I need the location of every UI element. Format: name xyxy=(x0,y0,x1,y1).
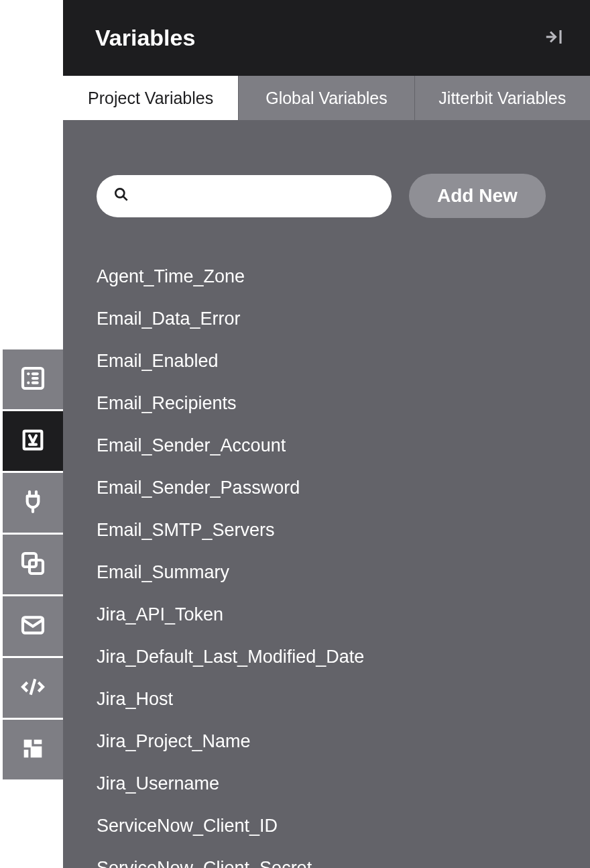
tab-global-variables[interactable]: Global Variables xyxy=(239,76,414,120)
calculator-icon xyxy=(19,365,46,394)
rail-item-link[interactable] xyxy=(3,535,63,594)
variable-item[interactable]: Email_SMTP_Servers xyxy=(97,509,556,551)
search-box[interactable] xyxy=(97,175,392,217)
tab-jitterbit-variables[interactable]: Jitterbit Variables xyxy=(415,76,590,120)
svg-line-10 xyxy=(31,679,36,694)
rail-item-apps[interactable] xyxy=(3,720,63,779)
variable-item[interactable]: ServiceNow_Client_Secret xyxy=(97,847,556,868)
plug-icon xyxy=(19,488,46,518)
variable-item[interactable]: Jira_Default_Last_Modified_Date xyxy=(97,636,556,678)
code-icon xyxy=(19,673,46,703)
variable-item[interactable]: Email_Enabled xyxy=(97,340,556,382)
svg-rect-13 xyxy=(24,749,29,757)
variable-list: Agent_Time_Zone Email_Data_Error Email_E… xyxy=(97,256,556,868)
variable-item[interactable]: Jira_Project_Name xyxy=(97,720,556,763)
tab-project-variables[interactable]: Project Variables xyxy=(63,76,239,120)
search-icon xyxy=(113,186,130,206)
variable-item[interactable]: Jira_Username xyxy=(97,763,556,805)
variable-item[interactable]: Jira_API_Token xyxy=(97,594,556,636)
panel-content: Add New Agent_Time_Zone Email_Data_Error… xyxy=(63,120,590,868)
email-icon xyxy=(19,612,46,641)
sidebar-rail xyxy=(3,349,63,779)
tab-label: Jitterbit Variables xyxy=(438,89,566,108)
rail-item-plug[interactable] xyxy=(3,473,63,533)
variable-item[interactable]: ServiceNow_Client_ID xyxy=(97,805,556,847)
collapse-button[interactable] xyxy=(540,25,567,52)
tabs: Project Variables Global Variables Jitte… xyxy=(63,76,590,120)
toolbar: Add New xyxy=(97,174,556,218)
rail-item-calculator[interactable] xyxy=(3,349,63,409)
panel-header: Variables xyxy=(63,0,590,76)
variable-item[interactable]: Email_Sender_Password xyxy=(97,467,556,509)
svg-point-17 xyxy=(115,188,124,197)
variables-icon xyxy=(19,427,46,456)
rail-item-code[interactable] xyxy=(3,658,63,718)
svg-rect-14 xyxy=(31,746,42,757)
svg-line-18 xyxy=(123,197,127,201)
panel-title: Variables xyxy=(95,25,195,51)
link-icon xyxy=(19,550,46,580)
variables-panel: Variables Project Variables Global Varia… xyxy=(63,0,590,868)
variable-item[interactable]: Email_Sender_Account xyxy=(97,425,556,467)
variable-item[interactable]: Agent_Time_Zone xyxy=(97,256,556,298)
tab-label: Project Variables xyxy=(88,89,213,108)
rail-item-email[interactable] xyxy=(3,596,63,656)
search-input[interactable] xyxy=(141,187,375,205)
svg-rect-12 xyxy=(34,739,42,744)
variable-item[interactable]: Email_Recipients xyxy=(97,382,556,425)
apps-icon xyxy=(19,735,46,765)
variable-item[interactable]: Email_Data_Error xyxy=(97,298,556,340)
collapse-right-icon xyxy=(544,27,564,50)
rail-item-variables[interactable] xyxy=(3,411,63,471)
tab-label: Global Variables xyxy=(266,89,388,108)
variable-item[interactable]: Jira_Host xyxy=(97,678,556,720)
variable-item[interactable]: Email_Summary xyxy=(97,551,556,594)
add-new-button[interactable]: Add New xyxy=(409,174,546,218)
svg-rect-11 xyxy=(24,739,32,747)
